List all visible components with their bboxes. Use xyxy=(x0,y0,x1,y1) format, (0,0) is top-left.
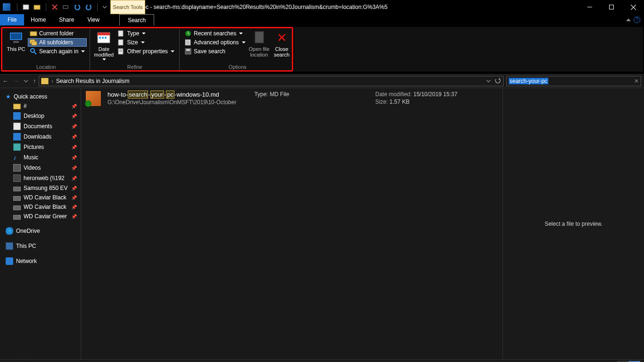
navigation-pane: ★Quick access #📌Desktop📌Documents📌Downlo… xyxy=(0,88,81,359)
sidebar-item[interactable]: Pictures📌 xyxy=(0,142,81,152)
sidebar-item[interactable]: Videos📌 xyxy=(0,163,81,173)
qat-rename-icon[interactable] xyxy=(62,3,70,11)
address-dropdown-icon[interactable] xyxy=(486,79,491,83)
sidebar-item[interactable]: #📌 xyxy=(0,101,81,111)
tab-view[interactable]: View xyxy=(81,14,106,25)
chevron-down-icon xyxy=(239,33,243,34)
svg-rect-4 xyxy=(610,5,614,9)
qat-dropdown-icon[interactable] xyxy=(102,3,107,11)
file-location-icon xyxy=(252,30,267,45)
svg-rect-8 xyxy=(30,32,37,36)
forward-button[interactable]: → xyxy=(13,78,19,84)
pin-icon: 📌 xyxy=(71,186,77,191)
refresh-icon[interactable] xyxy=(495,78,501,84)
minimize-button[interactable] xyxy=(579,0,601,14)
save-search-button[interactable]: Save search xyxy=(182,47,247,56)
back-button[interactable]: ← xyxy=(3,78,8,84)
onedrive-icon xyxy=(6,227,13,235)
chevron-down-icon xyxy=(142,33,146,34)
group-label-options: Options xyxy=(182,64,292,70)
tab-file[interactable]: File xyxy=(0,14,24,25)
contextual-tab-search-tools[interactable]: Search Tools xyxy=(110,0,145,14)
drive-icon xyxy=(13,215,21,220)
result-meta: Date modified: 15/10/2019 15:37Size: 1.5… xyxy=(375,91,484,106)
open-file-location-button[interactable]: Open file location xyxy=(248,29,270,64)
group-label-refine: Refine xyxy=(93,64,176,70)
all-subfolders-button[interactable]: All subfolders xyxy=(28,38,87,47)
qat-delete-icon[interactable] xyxy=(51,3,58,11)
pin-icon: 📌 xyxy=(71,155,77,160)
properties-icon xyxy=(117,48,125,55)
current-folder-button[interactable]: Current folder xyxy=(28,29,87,38)
tab-search[interactable]: Search xyxy=(119,14,154,25)
preview-pane: Select a file to preview. xyxy=(503,88,644,359)
tab-home[interactable]: Home xyxy=(24,14,52,25)
up-button[interactable]: ↑ xyxy=(33,78,36,84)
qat-newfolder-icon[interactable] xyxy=(33,3,41,11)
sidebar-item[interactable]: WD Caviar Black📌 xyxy=(0,202,81,212)
this-pc-button[interactable]: This PC xyxy=(5,29,27,64)
app-icon xyxy=(3,3,10,11)
sidebar-item[interactable]: WD Caviar Black📌 xyxy=(0,193,81,202)
result-type: Type: MD File xyxy=(254,91,289,106)
qat-redo-icon[interactable] xyxy=(85,3,92,11)
chevron-down-icon xyxy=(171,50,174,52)
sidebar-item[interactable]: Desktop📌 xyxy=(0,111,81,121)
sidebar-item[interactable]: heronweb (\\192📌 xyxy=(0,173,81,183)
collapse-ribbon-icon[interactable] xyxy=(626,18,631,21)
search-again-in-button[interactable]: Search again in xyxy=(28,47,87,56)
svg-rect-16 xyxy=(102,37,104,39)
sidebar-item-label: # xyxy=(24,103,27,109)
advanced-options-button[interactable]: Advanced options xyxy=(182,38,247,47)
breadcrumb[interactable]: Search Results in Journalism xyxy=(56,78,129,84)
help-icon[interactable]: ? xyxy=(634,16,640,23)
sidebar-item[interactable]: WD Caviar Greer📌 xyxy=(0,212,81,221)
chevron-down-icon xyxy=(81,50,85,52)
date-modified-button[interactable]: Date modified xyxy=(93,29,115,64)
sidebar-quick-access[interactable]: ★Quick access xyxy=(0,92,81,101)
size-button[interactable]: Size xyxy=(116,38,176,47)
sidebar-item[interactable]: Samsung 850 EV📌 xyxy=(0,183,81,193)
clear-search-icon[interactable]: ✕ xyxy=(634,78,639,84)
ribbon: This PC Current folder All subfolders Se… xyxy=(0,26,644,73)
svg-rect-19 xyxy=(118,40,123,45)
ribbon-group-location: This PC Current folder All subfolders Se… xyxy=(2,29,90,70)
sidebar-item[interactable]: Downloads📌 xyxy=(0,132,81,142)
sidebar-item[interactable]: Documents📌 xyxy=(0,121,81,132)
tab-share[interactable]: Share xyxy=(52,14,81,25)
drive-icon xyxy=(13,196,21,201)
sidebar-network[interactable]: Network xyxy=(0,256,81,266)
drive-icon xyxy=(13,187,21,191)
sidebar-item-label: Music xyxy=(24,154,38,161)
pin-icon: 📌 xyxy=(71,214,77,219)
address-bar[interactable]: › Search Results in Journalism xyxy=(39,76,504,86)
search-input[interactable]: search-your-pc ✕ xyxy=(506,76,641,86)
close-button[interactable] xyxy=(622,0,644,14)
result-filename: how-to-search-your-pc-windows-10.md xyxy=(107,91,236,98)
sidebar-item-label: Desktop xyxy=(24,113,44,119)
recent-searches-button[interactable]: Recent searches xyxy=(182,29,247,38)
group-label-location: Location xyxy=(5,64,87,70)
pin-icon: 📌 xyxy=(71,145,77,150)
preview-placeholder: Select a file to preview. xyxy=(545,221,603,227)
net-icon xyxy=(13,174,21,182)
type-button[interactable]: Type xyxy=(116,29,176,38)
close-icon: ✕ xyxy=(274,30,289,45)
qat-properties-icon[interactable] xyxy=(22,3,30,11)
qat-undo-icon[interactable] xyxy=(74,3,81,11)
sidebar-item-label: Samsung 850 EV xyxy=(24,185,67,191)
save-icon xyxy=(184,48,192,55)
history-dropdown[interactable] xyxy=(24,79,28,83)
calendar-icon xyxy=(96,30,111,45)
svg-rect-30 xyxy=(255,32,264,43)
results-pane: how-to-search-your-pc-windows-10.mdG:\On… xyxy=(81,88,503,359)
close-search-button[interactable]: ✕ Close search xyxy=(271,29,293,64)
ribbon-group-refine: Date modified Type Size Other properties… xyxy=(90,29,180,70)
svg-rect-18 xyxy=(118,31,123,36)
sidebar-this-pc[interactable]: This PC xyxy=(0,241,81,251)
search-result-row[interactable]: how-to-search-your-pc-windows-10.mdG:\On… xyxy=(81,88,503,109)
maximize-button[interactable] xyxy=(601,0,622,14)
other-properties-button[interactable]: Other properties xyxy=(116,47,176,56)
sidebar-item[interactable]: ♪Music📌 xyxy=(0,152,81,163)
sidebar-onedrive[interactable]: OneDrive xyxy=(0,226,81,236)
